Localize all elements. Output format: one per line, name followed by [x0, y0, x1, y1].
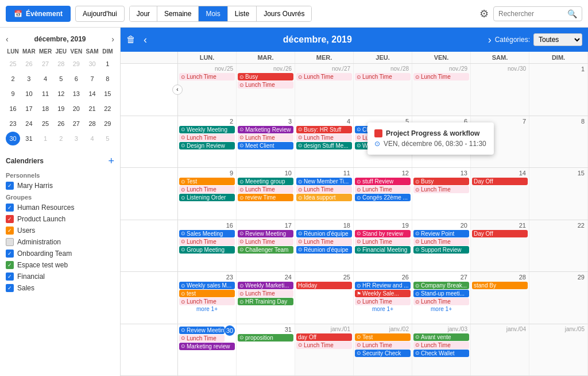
day-14[interactable]: 14 Day Off	[471, 168, 529, 220]
event-bar[interactable]: ⊙Marketing Review	[238, 126, 293, 133]
day-nov26[interactable]: nov./26 ⊙Busy ⊙Lunch Time	[237, 64, 295, 116]
mini-day-cell[interactable]: 29	[101, 117, 114, 131]
mini-day-cell[interactable]: 20	[69, 102, 83, 116]
day-21[interactable]: 21 Day Off	[471, 220, 529, 272]
event-bar[interactable]: ⊙Lunch Time	[413, 186, 469, 193]
event-bar[interactable]: ⊙Company Break...	[413, 282, 469, 289]
mini-day-cell[interactable]: 1	[38, 132, 53, 145]
event-bar[interactable]: ⊙Lunch Time	[179, 298, 235, 305]
more-link[interactable]: more 1+	[355, 306, 411, 312]
view-mois[interactable]: Mois	[199, 6, 227, 21]
today-button[interactable]: Aujourd'hui	[75, 6, 125, 22]
mini-day-cell[interactable]: 14	[84, 87, 99, 101]
event-bar[interactable]: ⊙Support Review	[413, 246, 469, 254]
day-8[interactable]: 8	[529, 116, 588, 168]
event-bar[interactable]: ⊙Lunch Time	[296, 342, 352, 349]
mini-day-cell[interactable]: 5	[54, 72, 68, 86]
day-nov25[interactable]: nov./25 ⊙Lunch Time	[178, 64, 237, 116]
mini-day-cell[interactable]: 7	[84, 72, 99, 86]
day-jan3[interactable]: janv./03 ⊙Avant vente ⊙Lunch Time ⊙Check…	[412, 324, 471, 376]
mini-day-cell[interactable]: 30	[6, 132, 20, 145]
calendar-item-admin[interactable]: Administration	[5, 236, 115, 248]
day-24[interactable]: 24 ⊙Weekly Marketi... ⊙Lunch Time ⊙HR Tr…	[237, 272, 295, 324]
mini-day-cell[interactable]: 26	[21, 57, 37, 71]
event-bar[interactable]: ⊙Busy	[413, 178, 469, 185]
event-bar[interactable]: ⊙review Time	[238, 194, 293, 201]
mini-day-cell[interactable]: 27	[38, 57, 53, 71]
event-bar[interactable]: ⊙Lunch Time	[296, 73, 352, 80]
day-27[interactable]: 27 ⊙Company Break... ⊙Stand-up meeti... …	[412, 272, 471, 324]
calendar-item-mary-harris[interactable]: ✓ Mary Harris	[5, 180, 115, 191]
event-bar[interactable]: ⊙stuff Review	[355, 178, 411, 185]
calendar-item-sales[interactable]: ✓ Sales	[5, 282, 115, 294]
mini-day-cell[interactable]: 2	[54, 132, 68, 145]
day-nov30[interactable]: nov./30	[471, 64, 529, 116]
calendar-item-product[interactable]: ✓ Product Launch	[5, 213, 115, 225]
day-31[interactable]: 31 ⊙proposition	[237, 324, 295, 376]
calendar-item-financial[interactable]: ✓ Financial	[5, 271, 115, 282]
mini-day-cell[interactable]: 31	[21, 132, 37, 145]
cal-next-button[interactable]: ›	[485, 34, 495, 46]
mini-day-cell[interactable]: 22	[101, 102, 114, 116]
event-bar[interactable]: ⊙Congés 22ème ...	[355, 194, 411, 201]
event-bar[interactable]: ⊙Financial Meeting	[355, 246, 411, 254]
event-bar[interactable]: ⊙Weekly sales M...	[179, 282, 235, 289]
event-bar[interactable]: ⊙Lunch Time	[355, 298, 411, 305]
day-dec1[interactable]: 1	[529, 64, 588, 116]
mini-day-cell[interactable]: 21	[84, 102, 99, 116]
mini-day-cell[interactable]: 12	[54, 87, 68, 101]
event-bar[interactable]: ⊙Test	[355, 333, 411, 341]
mini-day-cell[interactable]: 11	[38, 87, 53, 101]
event-bar[interactable]: ⊙test	[179, 290, 235, 297]
day-11[interactable]: 11 ⊙New Member Ti... ⊙Lunch Time ⊙Idea s…	[295, 168, 354, 220]
mini-day-cell[interactable]: 4	[84, 132, 99, 145]
event-bar[interactable]: stand By	[472, 282, 528, 289]
event-bar[interactable]: ⊙Security Check	[355, 350, 411, 357]
mini-next-button[interactable]: ›	[111, 34, 114, 44]
event-bar[interactable]: ⊙Lunch Time	[238, 290, 293, 297]
event-bar[interactable]: ⊙Réunion d'équipe	[296, 230, 352, 237]
day-13[interactable]: 13 ⊙Busy ⊙Lunch Time	[412, 168, 471, 220]
day-23[interactable]: 23 ⊙Weekly sales M... ⊙test ⊙Lunch Time …	[178, 272, 237, 324]
day-29[interactable]: 29	[529, 272, 588, 324]
mini-day-cell[interactable]: 9	[6, 87, 20, 101]
day-nov28[interactable]: nov./28 ⊙Lunch Time	[354, 64, 412, 116]
event-bar[interactable]: ⊙HR Training Day	[238, 298, 293, 305]
mini-day-cell[interactable]: 10	[21, 87, 37, 101]
filter-icon[interactable]: ⚙	[479, 7, 489, 20]
day-30[interactable]: 30 ⊙Review Meeting ⊙Lunch Time ⊙Marketin…	[178, 324, 237, 376]
event-bar[interactable]: ⊙Design Review	[179, 142, 235, 149]
mini-day-cell[interactable]: 19	[54, 102, 68, 116]
event-bar[interactable]: ⊙Review Meeting	[238, 230, 293, 237]
mini-day-cell[interactable]: 17	[21, 102, 37, 116]
event-bar[interactable]: ⊙Lunch Time	[179, 335, 225, 342]
mini-day-cell[interactable]: 27	[69, 117, 83, 131]
add-calendar-button[interactable]: +	[108, 156, 114, 166]
day-jan1[interactable]: janv./01 day Off ⊙Lunch Time	[295, 324, 354, 376]
event-bar[interactable]: Day Off	[472, 230, 528, 237]
search-button[interactable]: 🔍	[567, 9, 577, 18]
mini-day-cell[interactable]: 4	[38, 72, 53, 86]
event-bar[interactable]: Day Off	[472, 178, 528, 185]
event-bar[interactable]: ⊙Review Point	[413, 230, 469, 237]
event-bar[interactable]: ⊙Réunion d'équipe	[296, 246, 352, 254]
calendar-item-users[interactable]: ✓ Users	[5, 225, 115, 236]
day-28[interactable]: 28 stand By	[471, 272, 529, 324]
categories-select[interactable]: Toutes Travail Personnel	[533, 33, 582, 46]
day-25[interactable]: 25 Holiday	[295, 272, 354, 324]
mini-day-cell[interactable]: 28	[84, 117, 99, 131]
week1-arrow[interactable]: ‹	[172, 85, 183, 95]
mini-day-cell[interactable]: 3	[69, 132, 83, 145]
event-bar[interactable]: ⊙Lunch Time	[413, 238, 469, 245]
event-bar[interactable]: ⊙Test	[179, 178, 235, 185]
event-bar[interactable]: ⊙Lunch Time	[355, 238, 411, 245]
event-bar[interactable]: ⊙Lunch Time	[355, 73, 411, 80]
event-bar[interactable]: ⊙Weekly Meeting	[179, 126, 235, 133]
day-19[interactable]: 19 ⊙Stand by review ⊙Lunch Time ⊙Financi…	[354, 220, 412, 272]
event-bar[interactable]: ⚑Weekly Sale...	[355, 290, 411, 297]
event-bar[interactable]: ⊙Lunch Time	[238, 134, 293, 141]
event-bar[interactable]: ⊙Check Wallet	[413, 350, 469, 357]
mini-day-cell[interactable]: 5	[101, 132, 114, 145]
mini-day-cell[interactable]: 29	[69, 57, 83, 71]
event-bar[interactable]: ⊙Busy	[238, 73, 293, 80]
